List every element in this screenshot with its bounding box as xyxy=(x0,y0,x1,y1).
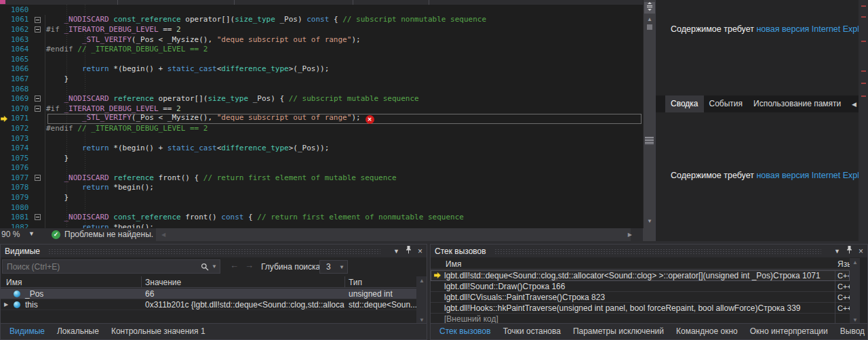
scroll-up-icon[interactable]: ▲ xyxy=(850,259,861,265)
column-value[interactable]: Значение xyxy=(145,278,181,287)
watch-row[interactable]: ▶this0x311b201c {lgbt.dll!std::deque<Sou… xyxy=(1,299,416,310)
fold-collapse-icon[interactable] xyxy=(35,17,41,23)
pin-icon[interactable] xyxy=(406,246,412,256)
column-name[interactable]: Имя xyxy=(446,259,461,269)
panel-tab[interactable]: Контрольные значения 1 xyxy=(105,324,212,339)
zoom-dropdown-icon[interactable]: ▼ xyxy=(28,230,35,237)
code-line[interactable]: 1082 return *begin(); xyxy=(0,222,643,228)
code-line[interactable]: 1075 } xyxy=(0,153,643,163)
code-line[interactable]: 1067 } xyxy=(0,74,643,84)
column-name[interactable]: Имя xyxy=(6,278,22,287)
panel-tab[interactable]: Видимые xyxy=(3,324,51,339)
search-options-icon[interactable]: ▼ xyxy=(212,263,217,270)
breakpoint-margin[interactable] xyxy=(0,54,11,64)
code-line[interactable]: 1069 _NODISCARD reference operator[](siz… xyxy=(0,93,643,104)
code-line[interactable]: 1060 xyxy=(0,5,643,15)
diagnostics-tab[interactable]: Сводка xyxy=(665,95,704,112)
code-line[interactable]: 1071 _STL_VERIFY(_Pos < _Mysize(), "dequ… xyxy=(0,114,643,124)
fold-collapse-icon[interactable] xyxy=(35,214,41,220)
health-check-icon[interactable]: ✓ xyxy=(52,230,60,239)
zoom-level[interactable]: 90 % xyxy=(1,230,20,239)
panel-tab[interactable]: Командное окно xyxy=(670,324,744,339)
breakpoint-margin[interactable] xyxy=(0,74,11,84)
diagnostics-tab[interactable]: Использование памяти xyxy=(748,95,846,112)
pin-icon[interactable] xyxy=(846,246,852,256)
ie-upgrade-link[interactable]: новая версия Internet Explorer xyxy=(756,24,868,34)
stack-frame[interactable]: lgbt.dll!Hooks::hkPaintTraverse(unsigned… xyxy=(431,303,850,314)
autos-title-bar[interactable]: Видимые ▼ × xyxy=(1,245,427,257)
search-depth-combo[interactable]: 3 ▼ xyxy=(319,260,348,274)
code-line[interactable]: 1079 } xyxy=(0,192,643,203)
breakpoint-margin[interactable] xyxy=(0,24,11,35)
panel-tab[interactable]: Вывод xyxy=(834,324,867,339)
code-line[interactable]: 1073 xyxy=(0,133,643,144)
watch-row[interactable]: _Pos66unsigned int xyxy=(1,289,416,299)
fold-collapse-icon[interactable] xyxy=(35,26,41,33)
close-icon[interactable]: × xyxy=(418,247,422,256)
breakpoint-margin[interactable] xyxy=(0,163,11,173)
breakpoint-margin[interactable] xyxy=(0,15,11,25)
fold-collapse-icon[interactable] xyxy=(35,175,41,181)
column-type[interactable]: Тип xyxy=(349,278,362,287)
breakpoint-margin[interactable] xyxy=(0,192,11,203)
breakpoint-margin[interactable] xyxy=(0,84,11,94)
code-line[interactable]: 1070#if _ITERATOR_DEBUG_LEVEL == 2 xyxy=(0,104,643,114)
code-line[interactable]: 1063 _STL_VERIFY(_Pos < _Mysize(), "dequ… xyxy=(0,35,643,45)
callstack-title-bar[interactable]: Стек вызовов ▼ × xyxy=(431,245,867,257)
diagnostics-tab[interactable]: Ис xyxy=(846,95,847,112)
code-line[interactable]: 1068 xyxy=(0,84,643,94)
breakpoint-margin[interactable] xyxy=(0,35,11,45)
editor-vertical-scrollbar[interactable]: ▲ ▼ xyxy=(643,0,655,228)
breakpoint-margin[interactable] xyxy=(0,104,11,114)
breakpoint-margin[interactable] xyxy=(0,5,11,15)
forward-arrow-icon[interactable]: → xyxy=(245,260,254,270)
scroll-up-icon[interactable]: ▲ xyxy=(416,278,427,284)
stack-frame[interactable]: lgbt.dll!CVisuals::PaintTraverse()Строка… xyxy=(431,292,850,303)
search-input[interactable] xyxy=(3,260,201,273)
scroll-down-icon[interactable]: ▼ xyxy=(644,218,656,224)
breakpoint-margin[interactable] xyxy=(0,114,11,124)
code-line[interactable]: 1066 return *(begin() + static_cast<diff… xyxy=(0,64,643,75)
panel-tab[interactable]: Параметры исключений xyxy=(567,324,670,339)
breakpoint-margin[interactable] xyxy=(0,93,11,104)
breakpoint-margin[interactable] xyxy=(0,203,11,213)
code-line[interactable]: 1061 _NODISCARD const_reference operator… xyxy=(0,15,643,25)
search-icon[interactable] xyxy=(201,263,209,273)
window-menu-icon[interactable]: ▼ xyxy=(393,248,399,255)
code-line[interactable]: 1080 xyxy=(0,203,643,213)
scroll-down-icon[interactable]: ▼ xyxy=(416,317,427,323)
breakpoint-margin[interactable] xyxy=(0,64,11,75)
scroll-down-icon[interactable]: ▼ xyxy=(850,317,861,323)
code-line[interactable]: 1064#endif // _ITERATOR_DEBUG_LEVEL == 2 xyxy=(0,44,643,54)
fold-collapse-icon[interactable] xyxy=(35,95,41,102)
code-editor[interactable]: 10601061 _NODISCARD const_reference oper… xyxy=(0,5,643,228)
panel-tab[interactable]: Окно интерпретации xyxy=(744,324,834,339)
fold-collapse-icon[interactable] xyxy=(35,106,41,112)
code-line[interactable]: 1074 return *(begin() + static_cast<diff… xyxy=(0,143,643,153)
breakpoint-margin[interactable] xyxy=(0,212,11,222)
breakpoint-margin[interactable] xyxy=(0,153,11,163)
stack-frame[interactable]: lgbt.dll!Sound::Draw()Строка 166C++ xyxy=(431,281,850,292)
code-line[interactable]: 1062#if _ITERATOR_DEBUG_LEVEL == 2 xyxy=(0,24,643,35)
breakpoint-margin[interactable] xyxy=(0,222,11,228)
stack-frame[interactable]: lgbt.dll!std::deque<Sound::clog,std::all… xyxy=(431,270,850,281)
code-line[interactable]: 1078 return *begin(); xyxy=(0,183,643,193)
code-line[interactable]: 1081 _NODISCARD const_reference front() … xyxy=(0,212,643,222)
scroll-right-icon[interactable]: ▶ xyxy=(628,232,632,238)
expander-icon[interactable]: ▶ xyxy=(4,299,8,310)
ie-upgrade-link[interactable]: новая версия Internet Explorer xyxy=(756,171,868,180)
code-line[interactable]: 1065 xyxy=(0,54,643,64)
tabs-scroll-left-icon[interactable]: ◀ xyxy=(852,101,856,108)
code-line[interactable]: 1077 _NODISCARD reference front() { // r… xyxy=(0,173,643,183)
editor-horizontal-scrollbar[interactable]: ◀ ▶ xyxy=(156,228,631,241)
breakpoint-margin[interactable] xyxy=(0,173,11,183)
breakpoint-margin[interactable] xyxy=(0,123,11,133)
code-line[interactable]: 1072#endif // _ITERATOR_DEBUG_LEVEL == 2 xyxy=(0,123,643,133)
callstack-scrollbar[interactable]: ▲ ▼ xyxy=(850,258,860,324)
scroll-up-icon[interactable]: ▲ xyxy=(644,16,656,22)
panel-tab[interactable]: Точки останова xyxy=(497,324,567,339)
scroll-left-icon[interactable]: ◀ xyxy=(161,232,165,238)
breakpoint-margin[interactable] xyxy=(0,133,11,144)
watch-value[interactable]: 66 xyxy=(141,289,344,299)
panel-tab[interactable]: Локальные xyxy=(51,324,105,339)
